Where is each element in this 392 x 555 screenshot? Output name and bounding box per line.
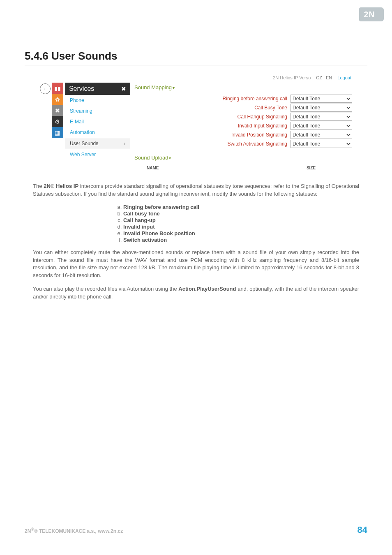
list-item: Switch activation: [123, 237, 359, 243]
sidebar-item-streaming[interactable]: Streaming: [65, 106, 130, 116]
sidebar-item-email[interactable]: E-Mail: [65, 116, 130, 127]
mapping-row: Call Busy Tone Default Tone: [134, 104, 352, 112]
paragraph: The 2N® Helios IP intercoms provide stan…: [33, 183, 359, 198]
row-select[interactable]: Default Tone: [291, 140, 352, 148]
row-label: Call Busy Tone: [254, 105, 287, 111]
mapping-row: Invalid Input Signalling Default Tone: [134, 122, 352, 130]
status-list: Ringing before answering call Call busy …: [107, 204, 359, 243]
page-title: 5.4.6 User Sounds: [25, 50, 367, 62]
mapping-row: Call Hangup Signalling Default Tone: [134, 113, 352, 121]
sidebar-item-phone[interactable]: Phone: [65, 95, 130, 106]
row-label: Switch Activation Signalling: [228, 141, 287, 147]
row-label: Call Hangup Signalling: [238, 114, 287, 120]
title-rule: [25, 65, 367, 65]
footer-text: 2N®® TELEKOMUNIKACE a.s., www.2n.cz: [25, 527, 123, 534]
sidebar-item-web-server[interactable]: Web Server: [65, 149, 130, 160]
strip-icon[interactable]: ⚙: [52, 116, 63, 127]
row-label: Ringing before answering call: [223, 96, 287, 102]
list-item: Ringing before answering call: [123, 204, 359, 210]
strip-icon[interactable]: ✖: [52, 105, 63, 116]
top-rule: [25, 29, 367, 29]
brand-logo: 2N: [359, 7, 380, 21]
sidebar-item-automation[interactable]: Automation: [65, 127, 130, 138]
upload-header: NAME SIZE: [134, 166, 352, 170]
sidebar-item-user-sounds[interactable]: User Sounds ›: [65, 138, 130, 149]
lang-switch[interactable]: CZ | EN: [316, 75, 333, 80]
sound-upload-toggle[interactable]: Sound Upload▾: [134, 155, 171, 161]
mapping-row: Invalid Position Signalling Default Tone: [134, 131, 352, 139]
back-button[interactable]: ←: [40, 83, 51, 94]
sidebar-title: Services ✖: [65, 83, 130, 95]
logout-link[interactable]: Logout: [337, 75, 351, 80]
page-number: 84: [357, 525, 367, 535]
paragraph: You can either completely mute the above…: [33, 249, 359, 280]
tools-icon: ✖: [121, 86, 126, 92]
nav-strip: ▮▮ ✿ ✖ ⚙ ▦: [52, 83, 63, 170]
row-select[interactable]: Default Tone: [291, 122, 352, 130]
list-item: Call busy tone: [123, 210, 359, 217]
product-name: 2N Helios IP Verso: [273, 75, 311, 80]
screenshot-topbar: 2N Helios IP Verso CZ | EN Logout: [40, 74, 352, 83]
page-footer: 2N®® TELEKOMUNIKACE a.s., www.2n.cz 84: [25, 525, 367, 535]
screenshot: 2N Helios IP Verso CZ | EN Logout ← ▮▮ ✿…: [40, 74, 352, 170]
row-label: Invalid Position Signalling: [231, 132, 287, 138]
chevron-right-icon: ›: [124, 141, 125, 146]
paragraph: You can also play the recorded files via…: [33, 285, 359, 301]
strip-icon[interactable]: ✿: [52, 94, 63, 105]
mapping-row: Ringing before answering call Default To…: [134, 95, 352, 103]
sound-mapping-toggle[interactable]: Sound Mapping▾: [134, 84, 175, 90]
row-select[interactable]: Default Tone: [291, 113, 352, 121]
strip-icon[interactable]: ▦: [52, 127, 63, 138]
sidebar: Services ✖ Phone Streaming E-Mail Automa…: [65, 83, 130, 170]
row-label: Invalid Input Signalling: [238, 123, 287, 129]
list-item: Invalid input: [123, 224, 359, 230]
list-item: Invalid Phone Book position: [123, 230, 359, 236]
row-select[interactable]: Default Tone: [291, 104, 352, 112]
mapping-row: Switch Activation Signalling Default Ton…: [134, 140, 352, 148]
row-select[interactable]: Default Tone: [291, 95, 352, 103]
col-name: NAME: [134, 166, 270, 170]
col-size: SIZE: [270, 166, 352, 170]
panel: Sound Mapping▾ Ringing before answering …: [130, 83, 352, 170]
row-select[interactable]: Default Tone: [291, 131, 352, 139]
strip-icon[interactable]: ▮▮: [52, 83, 63, 94]
list-item: Call hang-up: [123, 217, 359, 223]
